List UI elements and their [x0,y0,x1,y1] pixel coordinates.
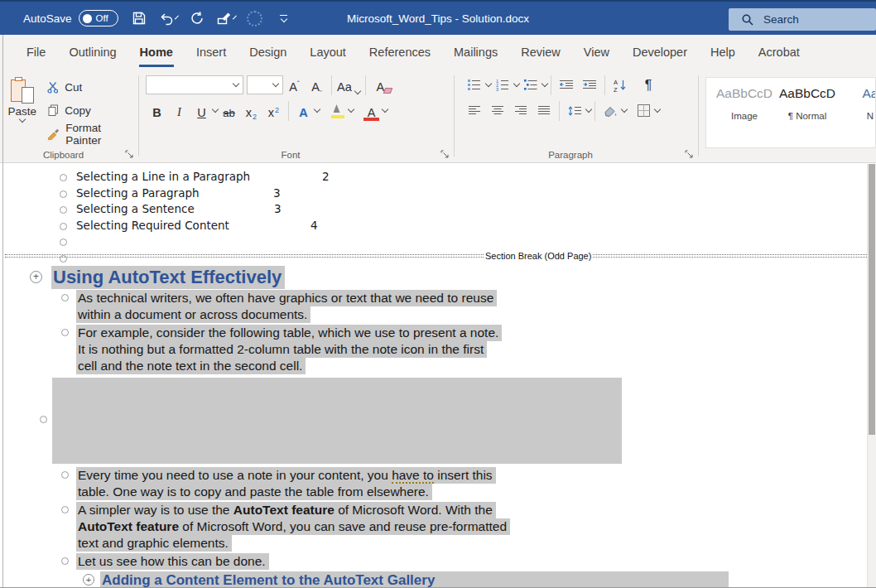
text-line[interactable]: For example, consider the following tabl… [76,325,867,341]
font-size-chevron-icon[interactable] [272,80,279,87]
save-button[interactable] [131,10,147,27]
align-right-button[interactable] [509,101,532,121]
copy-button[interactable]: Copy [44,100,138,121]
text-lines[interactable]: As technical writers, we often have grap… [76,290,867,323]
expand-plus-icon[interactable]: + [83,574,94,586]
sort-button[interactable]: AZ [609,75,632,95]
toc-entry-text[interactable]: Selecting a Paragraph [76,186,200,200]
text-line[interactable]: within a document or across documents. [76,306,867,323]
autosave-toggle[interactable]: AutoSave Off [23,10,118,27]
text-line[interactable]: cell and the note text in the second cel… [76,358,867,374]
borders-chevron-icon[interactable] [654,106,661,113]
outline-bullet-row[interactable]: A simpler way is to use the AutoText fea… [3,502,867,552]
heading-row[interactable]: +Adding a Content Element to the AutoTex… [3,571,867,587]
increase-indent-button[interactable] [578,75,601,95]
text-lines[interactable]: A simpler way is to use the AutoText fea… [76,502,867,552]
text-line[interactable]: As technical writers, we often have grap… [76,290,867,306]
decrease-indent-button[interactable] [555,75,578,95]
customize-qat-button[interactable] [276,10,292,27]
italic-button[interactable]: I [168,99,190,122]
draw-tool-chevron-icon[interactable] [233,16,237,20]
outline-bullet-row[interactable]: As technical writers, we often have grap… [3,290,867,323]
toc-entry-text[interactable]: Selecting a Sentence [76,202,195,215]
tab-file[interactable]: File [15,35,57,70]
borders-button[interactable] [632,101,655,121]
toc-entry-text[interactable]: Selecting a Line in a Paragraph [76,170,250,183]
outline-bullet-icon[interactable] [61,294,69,301]
toc-page-number[interactable]: 3 [273,186,281,200]
style-card--normal[interactable]: AaBbCcD¶ Normal [776,86,839,147]
font-name-combo[interactable] [146,75,243,94]
tab-layout[interactable]: Layout [298,35,358,70]
text-line[interactable]: A simpler way is to use the AutoText fea… [76,502,867,518]
bold-button[interactable]: B [146,99,168,122]
change-case-chevron-icon[interactable] [354,88,361,94]
tab-references[interactable]: References [358,35,442,70]
outline-bullet-icon[interactable] [60,223,67,230]
outline-bullet-icon[interactable] [61,557,69,565]
outline-bullet-row[interactable]: Every time you need to use a note in you… [3,467,867,500]
text-line[interactable]: Every time you need to use a note in you… [76,467,867,484]
outline-bullet-icon[interactable] [60,239,67,246]
autosave-switch[interactable]: Off [79,10,118,27]
shading-chevron-icon[interactable] [621,106,628,113]
justify-button[interactable] [532,101,556,121]
search-box[interactable]: Search [729,8,876,31]
selected-table-block[interactable] [52,378,622,464]
line-spacing-button[interactable] [563,101,586,121]
tab-insert[interactable]: Insert [185,35,238,70]
text-lines[interactable]: Every time you need to use a note in you… [76,467,867,500]
outline-bullet-icon[interactable] [60,190,67,198]
text-effects-button[interactable]: A [292,99,315,122]
paste-button[interactable]: Paste [0,74,44,162]
text-lines[interactable]: For example, consider the following tabl… [76,325,867,374]
undo-dropdown-chevron-icon[interactable] [175,16,179,20]
text-line[interactable]: Using AutoText Effectively [51,266,867,289]
multilevel-chevron-icon[interactable] [541,80,548,87]
toc-row[interactable]: Selecting a Line in a Paragraph2 [3,170,867,186]
highlight-chevron-icon[interactable] [348,106,354,113]
expand-plus-icon[interactable]: + [30,271,42,283]
text-line[interactable]: It is nothing but a formatted 2-column t… [76,341,867,358]
tab-view[interactable]: View [572,35,621,70]
toc-row[interactable] [3,234,867,251]
toc-page-number[interactable]: 2 [322,170,330,183]
show-formatting-button[interactable]: ¶ [637,75,660,95]
align-left-button[interactable] [463,101,486,121]
text-line[interactable]: text and graphic elements. [76,535,867,552]
align-center-button[interactable] [486,101,509,121]
outline-bullet-icon[interactable] [61,506,69,513]
style-card-image[interactable]: AaBbCcDImage [713,86,776,147]
text-effects-chevron-icon[interactable] [314,106,320,113]
font-color-button[interactable]: A [360,99,383,122]
font-name-chevron-icon[interactable] [233,80,239,87]
tab-home[interactable]: Home [128,35,185,70]
superscript-button[interactable]: x2 [262,99,285,122]
style-card-n[interactable]: AaN [839,86,876,147]
scrollbar-thumb[interactable] [869,164,875,435]
shrink-font-button[interactable]: Aˆ [306,74,328,96]
toc-page-number[interactable]: 4 [310,219,318,232]
text-line[interactable]: Adding a Content Element to the AutoText… [100,571,867,587]
redo-button[interactable] [189,10,205,27]
outline-bullet-icon[interactable] [61,329,69,336]
highlight-button[interactable] [326,99,349,122]
text-lines[interactable]: Let us see how this can be done. [76,553,867,570]
numbering-button[interactable]: 123 [491,75,514,95]
clear-formatting-button[interactable]: A [369,74,392,96]
bullets-button[interactable] [463,75,486,95]
toc-page-number[interactable]: 3 [274,202,282,215]
toc-entry-text[interactable]: Selecting Required Content [76,219,229,232]
text-line[interactable]: table. One way is to copy and paste the … [76,484,867,500]
heading-row[interactable]: +Using AutoText Effectively [3,266,867,289]
vertical-scrollbar[interactable] [867,164,876,587]
tab-help[interactable]: Help [699,35,747,70]
clipboard-dialog-launcher[interactable] [124,149,134,159]
strikethrough-button[interactable]: ab [218,99,240,122]
undo-button[interactable] [160,10,176,27]
multilevel-list-button[interactable] [519,75,542,95]
cut-button[interactable]: Cut [44,77,138,98]
tab-mailings[interactable]: Mailings [442,35,509,70]
shading-button[interactable] [599,101,622,121]
change-case-button[interactable]: Aa [335,74,362,96]
